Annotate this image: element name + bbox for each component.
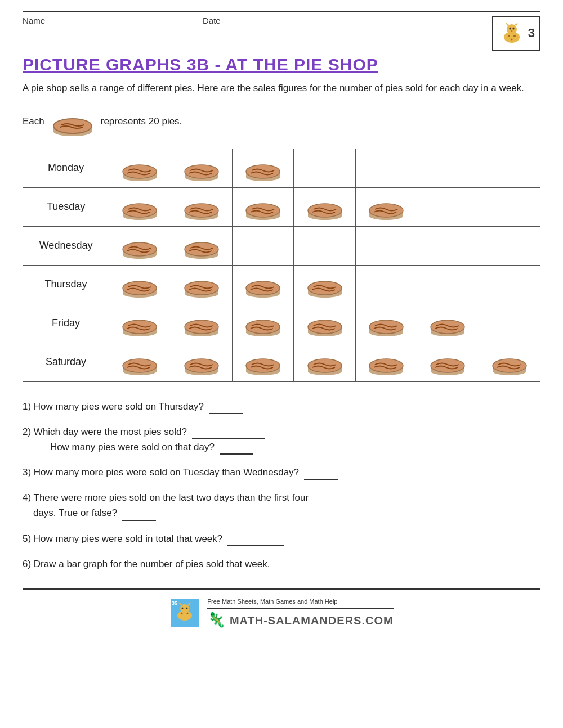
- legend-prefix: Each: [23, 116, 44, 127]
- pie-cell: [294, 149, 355, 187]
- footer-text-block: Free Math Sheets, Math Games and Math He…: [207, 597, 393, 628]
- date-label: Date: [203, 16, 221, 25]
- pie-cell: [479, 226, 540, 265]
- question-4: 4) There were more pies sold on the last…: [23, 490, 540, 520]
- pie-cell: [171, 304, 232, 343]
- pie-cell: [109, 226, 171, 265]
- pie-cell: [355, 187, 417, 226]
- name-date-row: Name Date: [23, 16, 221, 25]
- svg-marker-8: [515, 23, 518, 26]
- pie-cell: [171, 187, 232, 226]
- day-label: Tuesday: [23, 187, 109, 226]
- pie-cell: [479, 187, 540, 226]
- pie-cell: [109, 265, 171, 304]
- description: A pie shop sells a range of different pi…: [23, 81, 540, 96]
- footer-tagline: Free Math Sheets, Math Games and Math He…: [207, 597, 393, 606]
- svg-text:35: 35: [172, 600, 177, 606]
- pie-cell: [171, 265, 232, 304]
- svg-point-129: [181, 613, 183, 614]
- svg-point-3: [513, 35, 516, 37]
- questions-section: 1) How many pies were sold on Thursday? …: [23, 399, 540, 572]
- pie-cell: [417, 149, 479, 187]
- pie-cell: [171, 343, 232, 381]
- pie-cell: [417, 226, 479, 265]
- grade-number: 3: [528, 26, 535, 41]
- svg-point-4: [511, 39, 512, 41]
- svg-marker-7: [506, 23, 509, 26]
- pie-cell: [355, 343, 417, 381]
- pie-cell: [171, 149, 232, 187]
- pie-cell: [109, 304, 171, 343]
- pie-cell: [417, 304, 479, 343]
- legend-suffix: represents 20 pies.: [101, 116, 182, 127]
- answer-blank-1[interactable]: [209, 413, 243, 414]
- pie-cell: [479, 265, 540, 304]
- svg-point-1: [507, 24, 517, 34]
- pie-cell: [294, 187, 355, 226]
- svg-point-2: [508, 35, 510, 37]
- pie-cell: [294, 226, 355, 265]
- pie-cell: [294, 304, 355, 343]
- question-6: 6) Draw a bar graph for the number of pi…: [23, 556, 540, 572]
- table-row: Tuesday: [23, 187, 540, 226]
- table-row: Wednesday: [23, 226, 540, 265]
- pie-cell: [232, 187, 293, 226]
- footer-salamander-icon: 35: [169, 597, 200, 628]
- pie-cell: [294, 265, 355, 304]
- pie-cell: [294, 343, 355, 381]
- svg-point-127: [182, 608, 184, 609]
- pie-cell: [109, 187, 171, 226]
- question-1: 1) How many pies were sold on Thursday?: [23, 399, 540, 414]
- svg-point-126: [180, 604, 189, 613]
- answer-blank-4[interactable]: [122, 520, 156, 521]
- answer-blank-5[interactable]: [227, 545, 284, 546]
- svg-point-128: [186, 608, 188, 609]
- pie-cell: [417, 265, 479, 304]
- svg-point-130: [187, 613, 189, 614]
- pie-cell: [355, 265, 417, 304]
- day-label: Saturday: [23, 343, 109, 381]
- svg-point-11: [511, 30, 512, 32]
- answer-blank-3[interactable]: [304, 479, 338, 480]
- question-2: 2) Which day were the most pies sold? Ho…: [23, 424, 540, 455]
- svg-point-9: [509, 28, 511, 30]
- pie-cell: [355, 226, 417, 265]
- footer-site: 🦎 MATH-SALAMANDERS.COM: [207, 611, 393, 628]
- question-5: 5) How many pies were sold in total that…: [23, 531, 540, 546]
- page-title: PICTURE GRAPHS 3B - AT THE PIE SHOP: [23, 55, 540, 74]
- chart-table: Monday Tuesday: [23, 149, 540, 382]
- footer: 35 Free Math Sheets, Math Games and Math…: [23, 588, 540, 628]
- pie-cell: [417, 343, 479, 381]
- grade-badge: 3: [492, 16, 540, 51]
- day-label: Friday: [23, 304, 109, 343]
- footer-logo: 35: [169, 597, 200, 628]
- table-row: Monday: [23, 149, 540, 187]
- pie-cell: [232, 149, 293, 187]
- table-row: Friday: [23, 304, 540, 343]
- pie-cell: [479, 149, 540, 187]
- pie-cell: [479, 343, 540, 381]
- pie-cell: [232, 304, 293, 343]
- pie-cell: [417, 187, 479, 226]
- leopard-icon: [498, 19, 526, 47]
- svg-point-10: [512, 28, 514, 30]
- pie-cell: [171, 226, 232, 265]
- question-3: 3) How many more pies were sold on Tuesd…: [23, 465, 540, 480]
- legend-pie-icon: [50, 106, 95, 137]
- legend-row: Each represents 20 pies.: [23, 106, 540, 137]
- pie-cell: [355, 149, 417, 187]
- top-bar: Name Date 3: [23, 11, 540, 51]
- pie-cell: [109, 149, 171, 187]
- day-label: Thursday: [23, 265, 109, 304]
- pie-cell: [479, 304, 540, 343]
- pie-cell: [109, 343, 171, 381]
- day-label: Wednesday: [23, 226, 109, 265]
- pie-cell: [232, 226, 293, 265]
- pie-cell: [355, 304, 417, 343]
- pie-cell: [232, 265, 293, 304]
- pie-cell: [232, 343, 293, 381]
- day-label: Monday: [23, 149, 109, 187]
- name-label: Name: [23, 16, 45, 25]
- answer-blank-2b[interactable]: [220, 453, 253, 455]
- table-row: Saturday: [23, 343, 540, 381]
